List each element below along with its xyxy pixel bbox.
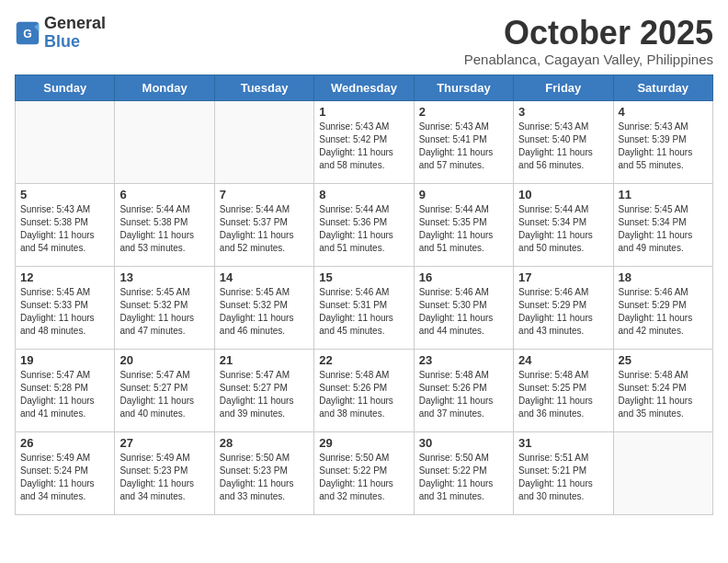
day-info: Sunrise: 5:45 AM Sunset: 5:32 PM Dayligh… <box>119 286 209 338</box>
logo-blue-text: Blue <box>44 32 80 51</box>
calendar-cell: 29Sunrise: 5:50 AM Sunset: 5:22 PM Dayli… <box>314 431 414 514</box>
calendar-cell: 9Sunrise: 5:44 AM Sunset: 5:35 PM Daylig… <box>414 183 513 266</box>
day-number: 3 <box>518 105 608 119</box>
day-number: 7 <box>220 188 309 201</box>
calendar-cell: 1Sunrise: 5:43 AM Sunset: 5:42 PM Daylig… <box>314 100 414 183</box>
day-info: Sunrise: 5:43 AM Sunset: 5:42 PM Dayligh… <box>319 121 408 172</box>
week-row-2: 5Sunrise: 5:43 AM Sunset: 5:38 PM Daylig… <box>16 183 713 266</box>
day-info: Sunrise: 5:43 AM Sunset: 5:39 PM Dayligh… <box>619 121 708 172</box>
calendar-cell: 7Sunrise: 5:44 AM Sunset: 5:37 PM Daylig… <box>214 183 313 266</box>
day-number: 5 <box>20 188 109 201</box>
day-info: Sunrise: 5:46 AM Sunset: 5:29 PM Dayligh… <box>518 286 608 338</box>
day-info: Sunrise: 5:48 AM Sunset: 5:26 PM Dayligh… <box>419 369 508 420</box>
calendar-cell: 4Sunrise: 5:43 AM Sunset: 5:39 PM Daylig… <box>613 100 712 183</box>
calendar-cell: 19Sunrise: 5:47 AM Sunset: 5:28 PM Dayli… <box>16 349 115 431</box>
header: G General Blue October 2025 Penablanca, … <box>15 15 713 67</box>
day-info: Sunrise: 5:50 AM Sunset: 5:22 PM Dayligh… <box>319 452 408 503</box>
calendar-cell: 27Sunrise: 5:49 AM Sunset: 5:23 PM Dayli… <box>115 431 214 514</box>
subtitle: Penablanca, Cagayan Valley, Philippines <box>464 52 713 67</box>
day-number: 31 <box>518 436 608 450</box>
calendar-cell: 17Sunrise: 5:46 AM Sunset: 5:29 PM Dayli… <box>514 266 613 349</box>
calendar-cell: 6Sunrise: 5:44 AM Sunset: 5:38 PM Daylig… <box>115 183 214 266</box>
col-header-monday: Monday <box>115 75 214 100</box>
calendar-cell: 28Sunrise: 5:50 AM Sunset: 5:23 PM Dayli… <box>214 431 313 514</box>
day-number: 1 <box>319 105 408 119</box>
day-number: 22 <box>319 353 408 367</box>
day-info: Sunrise: 5:43 AM Sunset: 5:38 PM Dayligh… <box>20 203 109 255</box>
day-info: Sunrise: 5:47 AM Sunset: 5:27 PM Dayligh… <box>119 369 209 420</box>
calendar-cell: 25Sunrise: 5:48 AM Sunset: 5:24 PM Dayli… <box>613 349 712 431</box>
calendar-cell <box>214 100 313 183</box>
calendar-cell <box>16 100 115 183</box>
day-number: 11 <box>619 188 708 201</box>
calendar-cell: 22Sunrise: 5:48 AM Sunset: 5:26 PM Dayli… <box>314 349 414 431</box>
day-number: 30 <box>419 436 508 450</box>
logo-icon: G <box>15 20 40 46</box>
calendar-cell: 8Sunrise: 5:44 AM Sunset: 5:36 PM Daylig… <box>314 183 414 266</box>
calendar-cell: 13Sunrise: 5:45 AM Sunset: 5:32 PM Dayli… <box>115 266 214 349</box>
calendar-cell: 21Sunrise: 5:47 AM Sunset: 5:27 PM Dayli… <box>214 349 313 431</box>
day-info: Sunrise: 5:44 AM Sunset: 5:35 PM Dayligh… <box>419 203 508 255</box>
day-info: Sunrise: 5:48 AM Sunset: 5:24 PM Dayligh… <box>619 369 708 420</box>
day-info: Sunrise: 5:51 AM Sunset: 5:21 PM Dayligh… <box>518 452 608 503</box>
calendar-table: SundayMondayTuesdayWednesdayThursdayFrid… <box>15 75 713 515</box>
calendar-cell: 5Sunrise: 5:43 AM Sunset: 5:38 PM Daylig… <box>16 183 115 266</box>
calendar-cell <box>115 100 214 183</box>
day-info: Sunrise: 5:47 AM Sunset: 5:27 PM Dayligh… <box>220 369 309 420</box>
day-number: 23 <box>419 353 508 367</box>
day-info: Sunrise: 5:43 AM Sunset: 5:40 PM Dayligh… <box>518 121 608 172</box>
day-number: 26 <box>20 436 109 450</box>
logo: G General Blue <box>15 15 106 52</box>
col-header-tuesday: Tuesday <box>214 75 313 100</box>
day-number: 16 <box>419 270 508 284</box>
day-info: Sunrise: 5:49 AM Sunset: 5:23 PM Dayligh… <box>119 452 209 503</box>
day-info: Sunrise: 5:45 AM Sunset: 5:32 PM Dayligh… <box>220 286 309 338</box>
day-info: Sunrise: 5:48 AM Sunset: 5:26 PM Dayligh… <box>319 369 408 420</box>
week-row-4: 19Sunrise: 5:47 AM Sunset: 5:28 PM Dayli… <box>16 349 713 431</box>
day-info: Sunrise: 5:46 AM Sunset: 5:29 PM Dayligh… <box>619 286 708 338</box>
day-number: 28 <box>220 436 309 450</box>
day-number: 21 <box>220 353 309 367</box>
day-number: 10 <box>518 188 608 201</box>
calendar-cell: 24Sunrise: 5:48 AM Sunset: 5:25 PM Dayli… <box>514 349 613 431</box>
calendar-cell: 20Sunrise: 5:47 AM Sunset: 5:27 PM Dayli… <box>115 349 214 431</box>
day-info: Sunrise: 5:50 AM Sunset: 5:23 PM Dayligh… <box>220 452 309 503</box>
calendar-header-row: SundayMondayTuesdayWednesdayThursdayFrid… <box>16 75 713 100</box>
week-row-1: 1Sunrise: 5:43 AM Sunset: 5:42 PM Daylig… <box>16 100 713 183</box>
day-number: 25 <box>619 353 708 367</box>
day-info: Sunrise: 5:50 AM Sunset: 5:22 PM Dayligh… <box>419 452 508 503</box>
day-number: 20 <box>119 353 209 367</box>
day-info: Sunrise: 5:45 AM Sunset: 5:33 PM Dayligh… <box>20 286 109 338</box>
day-number: 12 <box>20 270 109 284</box>
calendar-cell: 11Sunrise: 5:45 AM Sunset: 5:34 PM Dayli… <box>613 183 712 266</box>
calendar-cell: 16Sunrise: 5:46 AM Sunset: 5:30 PM Dayli… <box>414 266 513 349</box>
day-info: Sunrise: 5:45 AM Sunset: 5:34 PM Dayligh… <box>619 203 708 255</box>
calendar-cell: 10Sunrise: 5:44 AM Sunset: 5:34 PM Dayli… <box>514 183 613 266</box>
day-info: Sunrise: 5:43 AM Sunset: 5:41 PM Dayligh… <box>419 121 508 172</box>
day-info: Sunrise: 5:49 AM Sunset: 5:24 PM Dayligh… <box>20 452 109 503</box>
day-number: 24 <box>518 353 608 367</box>
day-number: 29 <box>319 436 408 450</box>
logo-general-text: General <box>44 14 106 32</box>
day-info: Sunrise: 5:44 AM Sunset: 5:37 PM Dayligh… <box>220 203 309 255</box>
day-info: Sunrise: 5:46 AM Sunset: 5:31 PM Dayligh… <box>319 286 408 338</box>
day-number: 6 <box>119 188 209 201</box>
day-number: 27 <box>119 436 209 450</box>
week-row-3: 12Sunrise: 5:45 AM Sunset: 5:33 PM Dayli… <box>16 266 713 349</box>
col-header-wednesday: Wednesday <box>314 75 414 100</box>
day-number: 2 <box>419 105 508 119</box>
day-info: Sunrise: 5:47 AM Sunset: 5:28 PM Dayligh… <box>20 369 109 420</box>
col-header-saturday: Saturday <box>613 75 712 100</box>
day-number: 17 <box>518 270 608 284</box>
calendar-cell: 30Sunrise: 5:50 AM Sunset: 5:22 PM Dayli… <box>414 431 513 514</box>
calendar-cell <box>613 431 712 514</box>
calendar-cell: 23Sunrise: 5:48 AM Sunset: 5:26 PM Dayli… <box>414 349 513 431</box>
day-number: 15 <box>319 270 408 284</box>
col-header-thursday: Thursday <box>414 75 513 100</box>
calendar-cell: 14Sunrise: 5:45 AM Sunset: 5:32 PM Dayli… <box>214 266 313 349</box>
month-title: October 2025 <box>464 15 713 52</box>
svg-text:G: G <box>23 28 32 40</box>
col-header-sunday: Sunday <box>16 75 115 100</box>
calendar-cell: 18Sunrise: 5:46 AM Sunset: 5:29 PM Dayli… <box>613 266 712 349</box>
day-number: 4 <box>619 105 708 119</box>
